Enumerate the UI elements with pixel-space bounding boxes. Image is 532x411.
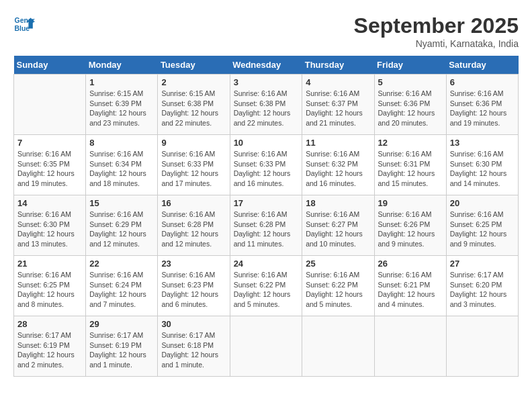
calendar-cell: 12Sunrise: 6:16 AM Sunset: 6:31 PM Dayli… — [374, 135, 446, 195]
day-header-wednesday: Wednesday — [230, 56, 302, 75]
day-info: Sunrise: 6:16 AM Sunset: 6:24 PM Dayligh… — [89, 270, 154, 310]
calendar-cell: 3Sunrise: 6:16 AM Sunset: 6:38 PM Daylig… — [230, 75, 302, 135]
day-number: 15 — [89, 198, 154, 208]
day-header-monday: Monday — [86, 56, 158, 75]
svg-text:Blue: Blue — [15, 25, 30, 32]
calendar-cell — [302, 316, 374, 377]
calendar-cell: 10Sunrise: 6:16 AM Sunset: 6:33 PM Dayli… — [230, 135, 302, 195]
day-number: 10 — [234, 138, 299, 148]
day-info: Sunrise: 6:16 AM Sunset: 6:22 PM Dayligh… — [234, 270, 299, 310]
day-number: 23 — [161, 259, 226, 269]
day-info: Sunrise: 6:16 AM Sunset: 6:29 PM Dayligh… — [89, 210, 154, 249]
calendar-cell: 18Sunrise: 6:16 AM Sunset: 6:27 PM Dayli… — [302, 195, 374, 256]
day-info: Sunrise: 6:16 AM Sunset: 6:36 PM Dayligh… — [450, 89, 515, 128]
day-header-sunday: Sunday — [14, 56, 86, 75]
day-info: Sunrise: 6:16 AM Sunset: 6:33 PM Dayligh… — [161, 149, 226, 189]
week-row-3: 14Sunrise: 6:16 AM Sunset: 6:30 PM Dayli… — [14, 195, 519, 256]
calendar-cell: 27Sunrise: 6:17 AM Sunset: 6:20 PM Dayli… — [446, 256, 518, 316]
calendar-cell: 14Sunrise: 6:16 AM Sunset: 6:30 PM Dayli… — [14, 195, 86, 256]
calendar-cell: 1Sunrise: 6:15 AM Sunset: 6:39 PM Daylig… — [86, 75, 158, 135]
day-number: 26 — [378, 259, 443, 269]
logo-icon: General Blue — [13, 13, 35, 35]
day-info: Sunrise: 6:17 AM Sunset: 6:19 PM Dayligh… — [89, 330, 154, 370]
day-number: 11 — [306, 138, 370, 148]
day-number: 22 — [89, 259, 154, 269]
day-info: Sunrise: 6:16 AM Sunset: 6:30 PM Dayligh… — [450, 149, 515, 189]
calendar-cell: 4Sunrise: 6:16 AM Sunset: 6:37 PM Daylig… — [302, 75, 374, 135]
page-header: General Blue General Blue September 2025… — [13, 13, 519, 49]
calendar-cell: 19Sunrise: 6:16 AM Sunset: 6:26 PM Dayli… — [374, 195, 446, 256]
calendar-table: SundayMondayTuesdayWednesdayThursdayFrid… — [13, 56, 519, 377]
day-number: 28 — [17, 319, 82, 329]
calendar-cell: 15Sunrise: 6:16 AM Sunset: 6:29 PM Dayli… — [86, 195, 158, 256]
day-info: Sunrise: 6:16 AM Sunset: 6:23 PM Dayligh… — [161, 270, 226, 310]
day-info: Sunrise: 6:16 AM Sunset: 6:21 PM Dayligh… — [378, 270, 443, 310]
logo: General Blue General Blue — [13, 13, 35, 35]
day-number: 12 — [378, 138, 443, 148]
day-info: Sunrise: 6:15 AM Sunset: 6:39 PM Dayligh… — [89, 89, 154, 128]
calendar-cell: 8Sunrise: 6:16 AM Sunset: 6:34 PM Daylig… — [86, 135, 158, 195]
day-info: Sunrise: 6:16 AM Sunset: 6:25 PM Dayligh… — [450, 210, 515, 249]
day-info: Sunrise: 6:16 AM Sunset: 6:30 PM Dayligh… — [17, 210, 82, 249]
calendar-cell: 2Sunrise: 6:15 AM Sunset: 6:38 PM Daylig… — [158, 75, 230, 135]
day-number: 4 — [306, 77, 370, 87]
calendar-cell: 5Sunrise: 6:16 AM Sunset: 6:36 PM Daylig… — [374, 75, 446, 135]
day-info: Sunrise: 6:16 AM Sunset: 6:38 PM Dayligh… — [234, 89, 299, 128]
day-header-saturday: Saturday — [446, 56, 518, 75]
day-number: 30 — [161, 319, 226, 329]
day-number: 19 — [378, 198, 443, 208]
calendar-cell — [230, 316, 302, 377]
calendar-cell: 22Sunrise: 6:16 AM Sunset: 6:24 PM Dayli… — [86, 256, 158, 316]
day-number: 7 — [17, 138, 82, 148]
day-number: 21 — [17, 259, 82, 269]
day-info: Sunrise: 6:16 AM Sunset: 6:34 PM Dayligh… — [89, 149, 154, 189]
day-info: Sunrise: 6:16 AM Sunset: 6:37 PM Dayligh… — [306, 89, 370, 128]
calendar-cell: 20Sunrise: 6:16 AM Sunset: 6:25 PM Dayli… — [446, 195, 518, 256]
day-number: 13 — [450, 138, 515, 148]
week-row-2: 7Sunrise: 6:16 AM Sunset: 6:35 PM Daylig… — [14, 135, 519, 195]
day-info: Sunrise: 6:17 AM Sunset: 6:18 PM Dayligh… — [161, 330, 226, 370]
week-row-4: 21Sunrise: 6:16 AM Sunset: 6:25 PM Dayli… — [14, 256, 519, 316]
day-info: Sunrise: 6:16 AM Sunset: 6:28 PM Dayligh… — [234, 210, 299, 249]
day-info: Sunrise: 6:16 AM Sunset: 6:22 PM Dayligh… — [306, 270, 370, 310]
location: Nyamti, Karnataka, India — [354, 38, 519, 49]
calendar-cell: 29Sunrise: 6:17 AM Sunset: 6:19 PM Dayli… — [86, 316, 158, 377]
day-info: Sunrise: 6:16 AM Sunset: 6:36 PM Dayligh… — [378, 89, 443, 128]
calendar-cell: 26Sunrise: 6:16 AM Sunset: 6:21 PM Dayli… — [374, 256, 446, 316]
day-number: 2 — [161, 77, 226, 87]
week-row-1: 1Sunrise: 6:15 AM Sunset: 6:39 PM Daylig… — [14, 75, 519, 135]
day-number: 8 — [89, 138, 154, 148]
day-header-friday: Friday — [374, 56, 446, 75]
day-info: Sunrise: 6:16 AM Sunset: 6:25 PM Dayligh… — [17, 270, 82, 310]
day-number: 17 — [234, 198, 299, 208]
day-header-tuesday: Tuesday — [158, 56, 230, 75]
day-info: Sunrise: 6:16 AM Sunset: 6:32 PM Dayligh… — [306, 149, 370, 189]
day-info: Sunrise: 6:16 AM Sunset: 6:33 PM Dayligh… — [234, 149, 299, 189]
week-row-5: 28Sunrise: 6:17 AM Sunset: 6:19 PM Dayli… — [14, 316, 519, 377]
day-info: Sunrise: 6:17 AM Sunset: 6:19 PM Dayligh… — [17, 330, 82, 370]
day-number: 5 — [378, 77, 443, 87]
calendar-cell: 25Sunrise: 6:16 AM Sunset: 6:22 PM Dayli… — [302, 256, 374, 316]
day-number: 29 — [89, 319, 154, 329]
day-info: Sunrise: 6:16 AM Sunset: 6:35 PM Dayligh… — [17, 149, 82, 189]
day-info: Sunrise: 6:17 AM Sunset: 6:20 PM Dayligh… — [450, 270, 515, 310]
day-number: 6 — [450, 77, 515, 87]
day-number: 9 — [161, 138, 226, 148]
calendar-cell — [374, 316, 446, 377]
calendar-cell: 28Sunrise: 6:17 AM Sunset: 6:19 PM Dayli… — [14, 316, 86, 377]
calendar-cell: 21Sunrise: 6:16 AM Sunset: 6:25 PM Dayli… — [14, 256, 86, 316]
calendar-cell: 11Sunrise: 6:16 AM Sunset: 6:32 PM Dayli… — [302, 135, 374, 195]
day-info: Sunrise: 6:15 AM Sunset: 6:38 PM Dayligh… — [161, 89, 226, 128]
day-number: 18 — [306, 198, 370, 208]
calendar-cell: 24Sunrise: 6:16 AM Sunset: 6:22 PM Dayli… — [230, 256, 302, 316]
day-info: Sunrise: 6:16 AM Sunset: 6:27 PM Dayligh… — [306, 210, 370, 249]
day-number: 27 — [450, 259, 515, 269]
header-row: SundayMondayTuesdayWednesdayThursdayFrid… — [14, 56, 519, 75]
day-number: 3 — [234, 77, 299, 87]
day-number: 1 — [89, 77, 154, 87]
day-info: Sunrise: 6:16 AM Sunset: 6:26 PM Dayligh… — [378, 210, 443, 249]
calendar-cell: 30Sunrise: 6:17 AM Sunset: 6:18 PM Dayli… — [158, 316, 230, 377]
day-number: 16 — [161, 198, 226, 208]
calendar-cell: 17Sunrise: 6:16 AM Sunset: 6:28 PM Dayli… — [230, 195, 302, 256]
calendar-cell: 6Sunrise: 6:16 AM Sunset: 6:36 PM Daylig… — [446, 75, 518, 135]
